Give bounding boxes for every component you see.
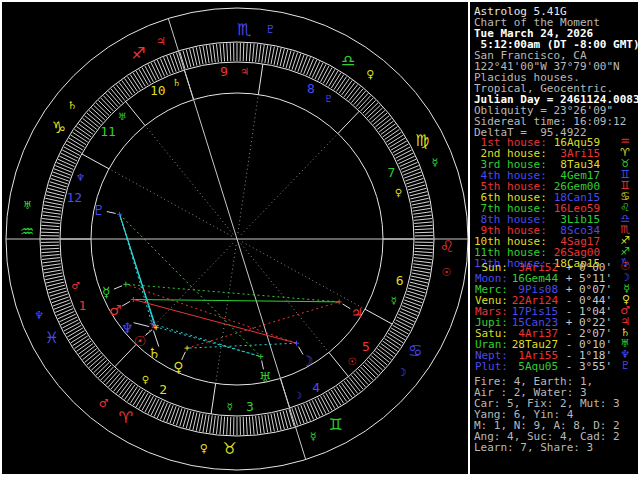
house-cusp-line: [126, 101, 146, 125]
house-ruler-icon: ☿: [226, 401, 232, 412]
house-ruler-icon: ♅: [118, 111, 127, 122]
degree-tick: [42, 219, 60, 221]
degree-tick: [301, 405, 307, 422]
degree-tick: [405, 175, 422, 181]
planet-pointer-line: [114, 286, 122, 289]
chart-wheel: ♈♂♉♀♊☿♋☽♌☉♍☿♎♀♏♇♐♃♑♄♒♅♓♆1♂2♀3☿4☽5☉6☿7♀8♇…: [0, 0, 470, 480]
degree-tick: [57, 162, 74, 169]
degree-tick: [45, 202, 63, 205]
planet-pointer-line: [122, 301, 130, 306]
degree-tick: [265, 415, 268, 433]
degree-tick: [415, 229, 433, 230]
degree-tick: [170, 406, 176, 423]
degree-tick: [394, 323, 410, 331]
degree-tick: [61, 317, 77, 325]
degree-tick: [403, 303, 420, 309]
degree-tick: [397, 153, 413, 161]
degree-tick: [54, 169, 71, 175]
degree-tick: [415, 248, 433, 249]
degree-tick: [41, 232, 59, 233]
degree-tick: [312, 61, 320, 77]
degree-tick: [274, 413, 278, 431]
degree-tick: [58, 159, 74, 166]
degree-tick: [246, 417, 247, 435]
planet-icon: ♄: [148, 345, 161, 361]
degree-tick: [154, 400, 162, 416]
degree-tick: [271, 414, 274, 432]
zodiac-sign-icon: ♓: [44, 328, 58, 347]
degree-tick: [393, 325, 409, 334]
degree-tick: [414, 261, 432, 263]
degree-tick: [400, 311, 416, 318]
degree-tick: [58, 311, 74, 318]
degree-tick: [210, 415, 213, 433]
degree-tick: [414, 258, 432, 260]
degree-tick: [323, 395, 332, 411]
degree-tick: [298, 406, 304, 423]
house-number: 6: [396, 273, 404, 288]
degree-tick: [210, 45, 213, 63]
degree-tick: [62, 320, 78, 328]
degree-tick: [200, 47, 203, 65]
zodiac-sign-icon: ♌: [440, 237, 454, 256]
degree-tick: [41, 251, 59, 252]
degree-tick: [55, 306, 72, 313]
zodiac-sign-icon: ♈: [119, 408, 133, 427]
house-number: 2: [159, 382, 167, 397]
degree-tick: [54, 303, 71, 309]
degree-tick: [404, 172, 421, 178]
degree-tick: [59, 314, 75, 322]
info-panel: Astrolog 5.41GChart of the MomentTue Mar…: [472, 0, 638, 478]
degree-tick: [312, 400, 320, 416]
planet-label: Plut:: [474, 361, 508, 372]
degree-tick: [227, 43, 228, 61]
degree-tick: [59, 156, 75, 164]
degree-tick: [246, 43, 247, 61]
degree-tick: [45, 198, 63, 202]
degree-tick: [307, 59, 314, 76]
degree-tick: [41, 229, 59, 230]
sign-ruler-icon: ♇: [265, 23, 275, 36]
degree-tick: [393, 144, 409, 153]
degree-tick: [404, 300, 421, 306]
stat-line: Learn: 7, Share: 3: [474, 442, 593, 453]
degree-tick: [415, 251, 433, 252]
house-ruler-icon: ♀: [395, 187, 402, 198]
house-ruler-icon: ♇: [324, 93, 333, 104]
sign-ruler-icon: ♀: [200, 442, 208, 455]
degree-tick: [227, 417, 228, 435]
degree-tick: [413, 208, 431, 211]
degree-tick: [167, 56, 173, 73]
astrolog-window: ♈♂♉♀♊☿♋☽♌☉♍☿♎♀♏♇♐♃♑♄♒♅♓♆1♂2♀3☿4☽5☉6☿7♀8♇…: [0, 0, 640, 480]
degree-tick: [256, 416, 258, 434]
sign-ruler-icon: ☽: [397, 366, 407, 379]
planet-pointer-line: [107, 212, 116, 214]
degree-tick: [396, 320, 412, 328]
sign-ruler-icon: ☉: [441, 266, 451, 279]
sign-ruler-icon: ♃: [156, 35, 166, 48]
degree-tick: [411, 198, 429, 202]
degree-tick: [323, 68, 332, 84]
degree-tick: [52, 297, 69, 303]
chart-wheel-svg: ♈♂♉♀♊☿♋☽♌☉♍☿♎♀♏♇♐♃♑♄♒♅♓♆1♂2♀3☿4☽5☉6☿7♀8♇…: [0, 0, 470, 478]
degree-tick: [45, 273, 63, 276]
degree-tick: [220, 44, 222, 62]
degree-tick: [61, 153, 77, 161]
degree-tick: [157, 60, 164, 76]
aspect-line: [152, 324, 261, 357]
degree-tick: [220, 416, 222, 434]
house-number: 7: [388, 165, 396, 180]
degree-tick: [412, 205, 430, 208]
zodiac-sign-icon: ♑: [52, 118, 66, 137]
degree-tick: [62, 150, 78, 158]
planet-icon: ♇: [93, 202, 106, 218]
degree-tick: [44, 270, 62, 273]
degree-tick: [53, 300, 70, 306]
house-number: 1: [79, 298, 87, 313]
zodiac-sign-icon: ♉: [223, 439, 237, 458]
aspect-line: [120, 214, 155, 326]
degree-tick: [230, 43, 231, 61]
degree-tick: [301, 56, 307, 73]
degree-tick: [41, 225, 59, 226]
degree-tick: [42, 222, 60, 224]
